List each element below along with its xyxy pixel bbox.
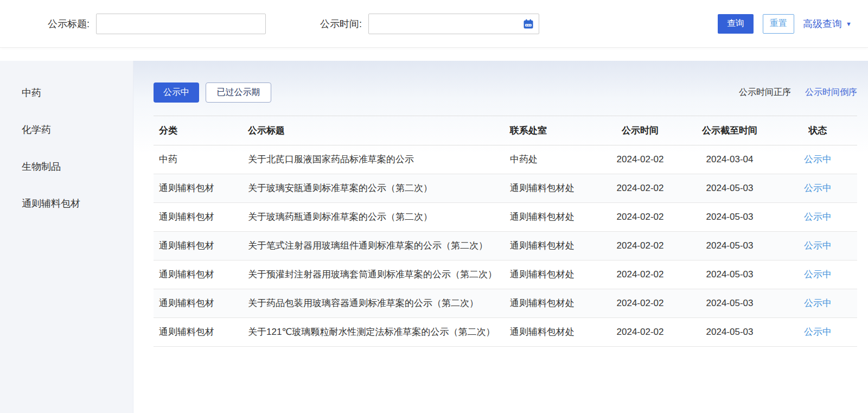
status-link[interactable]: 公示中 xyxy=(804,240,832,251)
cell-status: 公示中 xyxy=(778,203,857,232)
status-link[interactable]: 公示中 xyxy=(804,327,832,337)
cell-category: 通则辅料包材 xyxy=(154,174,242,203)
header-deadline: 公示截至时间 xyxy=(681,116,778,145)
notice-title-label: 公示标题: xyxy=(48,17,90,30)
status-toolbar: 公示中 已过公示期 公示时间正序 公示时间倒序 xyxy=(154,82,857,103)
cell-deadline: 2024-03-04 xyxy=(681,145,778,174)
cell-status: 公示中 xyxy=(778,289,857,318)
cell-publish-date: 2024-02-02 xyxy=(599,203,681,232)
notice-time-label: 公示时间: xyxy=(320,17,362,30)
cell-office: 中药处 xyxy=(505,145,599,174)
cell-notice-title[interactable]: 关于玻璃药瓶通则标准草案的公示（第二次） xyxy=(242,203,505,232)
cell-office: 通则辅料包材处 xyxy=(505,318,599,347)
header-title: 公示标题 xyxy=(242,116,505,145)
cell-publish-date: 2024-02-02 xyxy=(599,318,681,347)
cell-deadline: 2024-05-03 xyxy=(681,203,778,232)
sidebar-item-shengwuzhipin[interactable]: 生物制品 xyxy=(0,148,133,185)
cell-publish-date: 2024-02-02 xyxy=(599,260,681,289)
table-row: 通则辅料包材 关于预灌封注射器用玻璃套筒通则标准草案的公示（第二次） 通则辅料包… xyxy=(154,260,857,289)
cell-publish-date: 2024-02-02 xyxy=(599,145,681,174)
sort-time-ascending-link[interactable]: 公示时间正序 xyxy=(739,87,791,98)
cell-deadline: 2024-05-03 xyxy=(681,260,778,289)
notice-table: 分类 公示标题 联系处室 公示时间 公示截至时间 状态 中药 关于北芪口服液国家… xyxy=(154,116,857,347)
cell-office: 通则辅料包材处 xyxy=(505,232,599,260)
cell-office: 通则辅料包材处 xyxy=(505,260,599,289)
cell-category: 中药 xyxy=(154,145,242,174)
cell-notice-title[interactable]: 关于玻璃安瓿通则标准草案的公示（第二次） xyxy=(242,174,505,203)
table-row: 通则辅料包材 关于玻璃药瓶通则标准草案的公示（第二次） 通则辅料包材处 2024… xyxy=(154,203,857,232)
tab-expired-notice[interactable]: 已过公示期 xyxy=(206,82,271,103)
cell-office: 通则辅料包材处 xyxy=(505,174,599,203)
cell-deadline: 2024-05-03 xyxy=(681,174,778,203)
cell-category: 通则辅料包材 xyxy=(154,318,242,347)
status-link[interactable]: 公示中 xyxy=(804,154,832,164)
cell-notice-title[interactable]: 关于北芪口服液国家药品标准草案的公示 xyxy=(242,145,505,174)
header-office: 联系处室 xyxy=(505,116,599,145)
chevron-down-icon: ▼ xyxy=(846,21,852,27)
cell-deadline: 2024-05-03 xyxy=(681,289,778,318)
table-row: 通则辅料包材 关于笔式注射器用玻璃组件通则标准草案的公示（第二次） 通则辅料包材… xyxy=(154,232,857,260)
advanced-query-link[interactable]: 高级查询 ▼ xyxy=(803,17,852,30)
main-panel: 中药 化学药 生物制品 通则辅料包材 公示中 已过公示期 公示时间正序 公示时间… xyxy=(0,61,868,413)
cell-notice-title[interactable]: 关于笔式注射器用玻璃组件通则标准草案的公示（第二次） xyxy=(242,232,505,260)
calendar-icon[interactable] xyxy=(523,18,534,29)
status-link[interactable]: 公示中 xyxy=(804,212,832,222)
search-bar: 公示标题: 公示时间: 查询 重置 高级查询 ▼ xyxy=(0,0,868,48)
cell-category: 通则辅料包材 xyxy=(154,289,242,318)
cell-status: 公示中 xyxy=(778,318,857,347)
header-status: 状态 xyxy=(778,116,857,145)
notice-title-input[interactable] xyxy=(96,14,266,34)
sidebar-item-huaxueyao[interactable]: 化学药 xyxy=(0,111,133,148)
sidebar-item-zhongyao[interactable]: 中药 xyxy=(0,74,133,111)
cell-category: 通则辅料包材 xyxy=(154,203,242,232)
cell-notice-title[interactable]: 关于121℃玻璃颗粒耐水性测定法标准草案的公示（第二次） xyxy=(242,318,505,347)
cell-status: 公示中 xyxy=(778,174,857,203)
cell-notice-title[interactable]: 关于药品包装用玻璃容器通则标准草案的公示（第二次） xyxy=(242,289,505,318)
tab-in-notice[interactable]: 公示中 xyxy=(154,82,199,103)
query-button[interactable]: 查询 xyxy=(718,14,754,34)
cell-deadline: 2024-05-03 xyxy=(681,232,778,260)
cell-publish-date: 2024-02-02 xyxy=(599,289,681,318)
sidebar-item-tongzefuliaobaocai[interactable]: 通则辅料包材 xyxy=(0,185,133,222)
cell-notice-title[interactable]: 关于预灌封注射器用玻璃套筒通则标准草案的公示（第二次） xyxy=(242,260,505,289)
status-link[interactable]: 公示中 xyxy=(804,298,832,308)
cell-status: 公示中 xyxy=(778,260,857,289)
cell-office: 通则辅料包材处 xyxy=(505,289,599,318)
table-body: 中药 关于北芪口服液国家药品标准草案的公示 中药处 2024-02-02 202… xyxy=(154,145,857,347)
cell-category: 通则辅料包材 xyxy=(154,260,242,289)
cell-publish-date: 2024-02-02 xyxy=(599,232,681,260)
table-row: 通则辅料包材 关于药品包装用玻璃容器通则标准草案的公示（第二次） 通则辅料包材处… xyxy=(154,289,857,318)
cell-publish-date: 2024-02-02 xyxy=(599,174,681,203)
sort-time-descending-link[interactable]: 公示时间倒序 xyxy=(805,87,857,98)
table-row: 中药 关于北芪口服液国家药品标准草案的公示 中药处 2024-02-02 202… xyxy=(154,145,857,174)
category-sidebar: 中药 化学药 生物制品 通则辅料包材 xyxy=(0,61,133,413)
cell-deadline: 2024-05-03 xyxy=(681,318,778,347)
table-row: 通则辅料包材 关于121℃玻璃颗粒耐水性测定法标准草案的公示（第二次） 通则辅料… xyxy=(154,318,857,347)
cell-status: 公示中 xyxy=(778,232,857,260)
table-header-row: 分类 公示标题 联系处室 公示时间 公示截至时间 状态 xyxy=(154,116,857,145)
status-link[interactable]: 公示中 xyxy=(804,183,832,193)
table-row: 通则辅料包材 关于玻璃安瓿通则标准草案的公示（第二次） 通则辅料包材处 2024… xyxy=(154,174,857,203)
advanced-query-label: 高级查询 xyxy=(803,17,842,30)
header-publish-date: 公示时间 xyxy=(599,116,681,145)
cell-category: 通则辅料包材 xyxy=(154,232,242,260)
status-link[interactable]: 公示中 xyxy=(804,269,832,279)
notice-time-input[interactable] xyxy=(368,14,539,34)
cell-office: 通则辅料包材处 xyxy=(505,203,599,232)
reset-button[interactable]: 重置 xyxy=(763,14,794,34)
cell-status: 公示中 xyxy=(778,145,857,174)
header-category: 分类 xyxy=(154,116,242,145)
content-area: 公示中 已过公示期 公示时间正序 公示时间倒序 分类 公示标题 联系处室 公示时… xyxy=(133,61,868,413)
